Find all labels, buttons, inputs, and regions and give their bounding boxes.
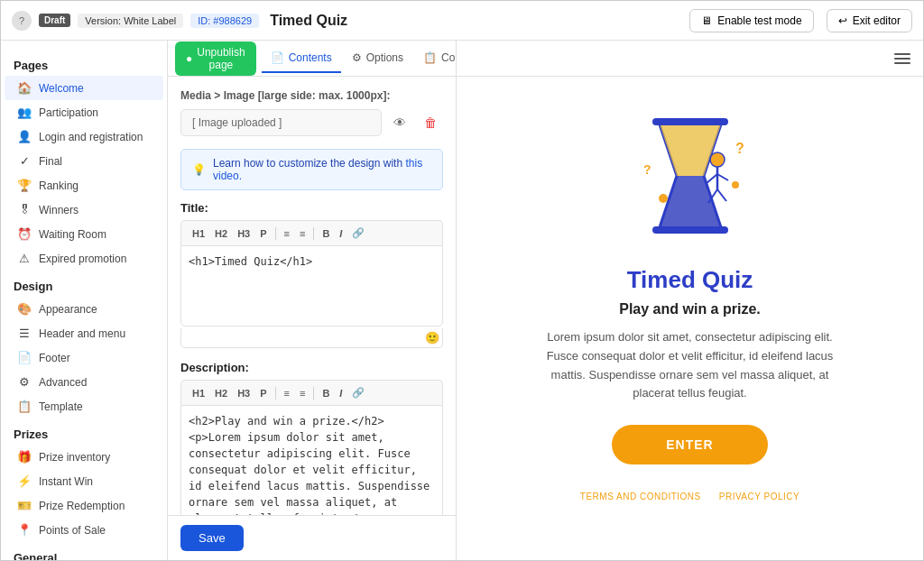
- monitor-icon: 🖥: [701, 14, 712, 27]
- hamburger-icon[interactable]: [894, 53, 910, 64]
- content-area: ● Unpublish page 📄 Contents ⚙ Options 📋 …: [168, 41, 923, 560]
- exit-icon: ↩: [838, 14, 847, 27]
- desc-toolbar-p[interactable]: P: [256, 386, 270, 400]
- appearance-icon: 🎨: [17, 302, 32, 316]
- id-badge: ID: #988629: [190, 14, 259, 28]
- toolbar-list-ordered[interactable]: ≡: [296, 226, 309, 241]
- tab-options[interactable]: ⚙ Options: [343, 44, 412, 73]
- preview-image-button[interactable]: 👁: [387, 110, 412, 135]
- toolbar-link[interactable]: 🔗: [348, 225, 368, 241]
- preview-body: Lorem ipsum dolor sit amet, consectetur …: [546, 328, 835, 403]
- desc-toolbar-sep: [275, 387, 276, 400]
- svg-point-5: [710, 152, 725, 167]
- home-icon: 🏠: [17, 81, 32, 95]
- toolbar-list-unordered[interactable]: ≡: [281, 226, 293, 241]
- points-of-sale-icon: 📍: [17, 523, 32, 537]
- toolbar-h1[interactable]: H1: [189, 226, 208, 241]
- login-icon: 👤: [17, 130, 32, 143]
- tab-container[interactable]: 📋 Container: [414, 44, 457, 73]
- sidebar-item-label: Ranking: [39, 179, 79, 192]
- desc-toolbar-h1[interactable]: H1: [189, 386, 208, 400]
- media-section: Media > Image [large side: max. 1000px]:…: [180, 89, 443, 136]
- title-textarea-footer: 🙂: [180, 328, 443, 348]
- sidebar-item-footer[interactable]: 📄 Footer: [5, 345, 163, 370]
- svg-rect-3: [652, 118, 728, 125]
- template-icon: 📋: [17, 400, 32, 413]
- toolbar-p[interactable]: P: [256, 226, 270, 241]
- editor-tabs: ● Unpublish page 📄 Contents ⚙ Options 📋 …: [168, 41, 456, 77]
- exit-editor-button[interactable]: ↩ Exit editor: [827, 9, 912, 32]
- enable-test-button[interactable]: 🖥 Enable test mode: [689, 9, 813, 32]
- sidebar-item-label: Header and menu: [39, 327, 125, 340]
- participation-icon: 👥: [17, 106, 32, 119]
- image-placeholder: [ Image uploaded ]: [180, 109, 382, 136]
- toolbar-sep: [275, 227, 276, 240]
- toolbar-h2[interactable]: H2: [211, 226, 231, 241]
- save-button[interactable]: Save: [180, 525, 244, 551]
- info-banner-text: Learn how to customize the design with t…: [213, 157, 431, 182]
- sidebar-item-participation[interactable]: 👥 Participation: [5, 100, 163, 124]
- container-tab-icon: 📋: [423, 51, 437, 64]
- privacy-link[interactable]: PRIVACY POLICY: [719, 492, 799, 501]
- desc-toolbar-bold[interactable]: B: [319, 386, 333, 400]
- hamburger-line-3: [894, 62, 910, 64]
- sidebar-item-prize-redemption[interactable]: 🎫 Prize Redemption: [5, 493, 163, 518]
- toolbar-h3[interactable]: H3: [234, 226, 254, 241]
- sidebar-item-label: Points of Sale: [39, 524, 106, 537]
- desc-toolbar-italic[interactable]: I: [336, 386, 346, 400]
- final-icon: ✓: [17, 154, 32, 168]
- ranking-icon: 🏆: [17, 179, 32, 192]
- desc-toolbar-list-unordered[interactable]: ≡: [281, 386, 293, 400]
- hamburger-line-1: [894, 53, 910, 55]
- design-section-title: Design: [1, 271, 167, 297]
- sidebar-item-advanced[interactable]: ⚙ Advanced: [5, 370, 163, 394]
- preview-panel: ? ? Timed Quiz Play and win a prize. Lor…: [457, 41, 923, 560]
- help-icon[interactable]: ?: [12, 11, 32, 31]
- desc-toolbar-link[interactable]: 🔗: [348, 385, 368, 400]
- svg-point-13: [659, 194, 668, 203]
- description-textarea[interactable]: <h2>Play and win a prize.</h2><p>Lorem i…: [180, 405, 443, 515]
- delete-image-button[interactable]: 🗑: [418, 110, 443, 135]
- desc-toolbar-h2[interactable]: H2: [211, 386, 231, 400]
- svg-rect-4: [652, 226, 728, 234]
- emoji-icon[interactable]: 🙂: [425, 331, 439, 345]
- hamburger-line-2: [894, 58, 910, 60]
- desc-toolbar-h3[interactable]: H3: [234, 386, 254, 400]
- sidebar-item-ranking[interactable]: 🏆 Ranking: [5, 173, 163, 198]
- sidebar-item-label: Template: [39, 400, 83, 413]
- sidebar-item-label: Welcome: [39, 82, 84, 95]
- preview-enter-button[interactable]: ENTER: [612, 425, 767, 464]
- sidebar-item-expired-promotion[interactable]: ⚠ Expired promotion: [5, 246, 163, 271]
- sidebar-item-login-registration[interactable]: 👤 Login and registration: [5, 124, 163, 149]
- sidebar-item-waiting-room[interactable]: ⏰ Waiting Room: [5, 222, 163, 246]
- svg-text:?: ?: [735, 141, 744, 156]
- terms-link[interactable]: TERMS AND CONDITIONS: [580, 492, 701, 501]
- sidebar-item-appearance[interactable]: 🎨 Appearance: [5, 297, 163, 321]
- unpublish-button[interactable]: ● Unpublish page: [175, 41, 256, 76]
- pages-section-title: Pages: [1, 50, 167, 76]
- sidebar-item-label: Participation: [39, 106, 98, 119]
- sidebar-item-prize-inventory[interactable]: 🎁 Prize inventory: [5, 445, 163, 469]
- sidebar-item-welcome[interactable]: 🏠 Welcome: [5, 76, 163, 100]
- sidebar-item-points-of-sale[interactable]: 📍 Points of Sale: [5, 518, 163, 542]
- sidebar-item-instant-win[interactable]: ⚡ Instant Win: [5, 469, 163, 493]
- toolbar-italic[interactable]: I: [336, 226, 346, 241]
- sidebar-item-header-menu[interactable]: ☰ Header and menu: [5, 321, 163, 345]
- sidebar-item-label: Prize Redemption: [39, 500, 125, 512]
- expired-icon: ⚠: [17, 252, 32, 265]
- sidebar-item-winners[interactable]: 🎖 Winners: [5, 198, 163, 222]
- prizes-section-title: Prizes: [1, 418, 167, 445]
- advanced-icon: ⚙: [17, 375, 32, 389]
- toolbar-bold[interactable]: B: [319, 226, 333, 241]
- sidebar: Pages 🏠 Welcome 👥 Participation 👤 Login …: [1, 41, 168, 560]
- waiting-room-icon: ⏰: [17, 227, 32, 241]
- desc-toolbar-list-ordered[interactable]: ≡: [296, 386, 309, 400]
- top-bar: ? Draft Version: White Label ID: #988629…: [1, 1, 923, 41]
- tab-contents[interactable]: 📄 Contents: [262, 44, 341, 73]
- sidebar-item-template[interactable]: 📋 Template: [5, 394, 163, 418]
- svg-marker-2: [659, 176, 722, 230]
- sidebar-item-label: Footer: [39, 352, 70, 364]
- title-textarea[interactable]: <h1>Timed Quiz</h1>: [180, 245, 443, 326]
- sidebar-item-final[interactable]: ✓ Final: [5, 149, 163, 173]
- sidebar-item-label: Appearance: [39, 303, 97, 316]
